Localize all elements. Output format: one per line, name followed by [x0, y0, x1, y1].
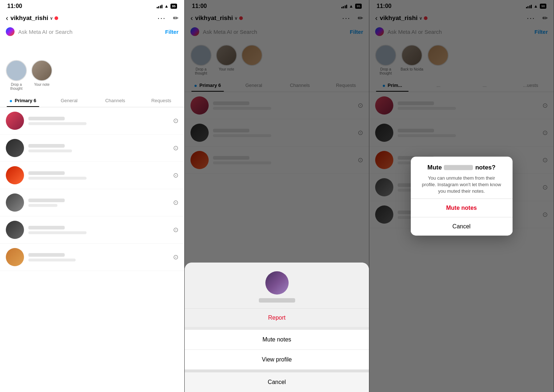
tabs-row-1: Primary 6 General Channels Requests: [0, 94, 184, 107]
username-area-1[interactable]: vikhyat_rishi ∨: [11, 15, 58, 22]
header-nav-1: ‹ vikhyat_rishi ∨ ··· ✏: [0, 11, 184, 25]
message-item-1f[interactable]: ⊙: [0, 244, 184, 271]
msg-avatar-1d: [6, 193, 24, 212]
bs-mute-notes-button[interactable]: Mute notes: [185, 327, 369, 349]
status-bar-1: 11:00 ▲ 95: [0, 0, 184, 11]
msg-preview-bar-1c: [28, 177, 87, 180]
msg-name-bar-1d: [28, 199, 65, 202]
note-label-friend1: Your note: [34, 83, 49, 87]
status-time-1: 11:00: [7, 3, 22, 9]
bs-view-profile-button[interactable]: View profile: [185, 349, 369, 369]
panel-3: 11:00 ▲ 98 ‹ vikhyat_rishi ∨ ··· ✏: [369, 0, 554, 392]
tab-primary-1[interactable]: Primary 6: [0, 94, 46, 107]
more-options-button-1[interactable]: ···: [157, 14, 166, 22]
camera-icon-1d[interactable]: ⊙: [173, 199, 178, 207]
camera-icon-1a[interactable]: ⊙: [173, 117, 178, 125]
msg-preview-bar-1a: [28, 122, 87, 125]
status-icons-1: ▲ 95: [157, 4, 177, 9]
bottom-sheet-2: Report Mute notes View profile Cancel: [185, 263, 369, 392]
msg-content-1d: [28, 199, 169, 207]
mute-description-text: You can unmute them from their profile. …: [418, 175, 505, 195]
meta-ai-icon-1: [6, 27, 15, 36]
tab-requests-label-1: Requests: [151, 98, 171, 103]
mute-cancel-button[interactable]: Cancel: [411, 217, 513, 235]
msg-preview-bar-1f: [28, 259, 76, 261]
back-button-1[interactable]: ‹: [6, 14, 8, 22]
message-item-1c[interactable]: ⊙: [0, 162, 184, 189]
tab-dot-1: [10, 100, 12, 102]
message-item-1e[interactable]: ⊙: [0, 216, 184, 244]
tab-channels-1[interactable]: Channels: [92, 94, 138, 107]
battery-1: 95: [170, 4, 177, 9]
note-label-own: Drop athought: [10, 83, 22, 91]
msg-name-bar-1b: [28, 144, 65, 148]
msg-content-1f: [28, 253, 169, 261]
tab-requests-1[interactable]: Requests: [138, 94, 184, 107]
mute-title-label: Mute: [427, 164, 442, 171]
note-item-friend1[interactable]: Your note: [31, 60, 52, 91]
search-bar-1: Ask Meta AI or Search Filter: [0, 25, 184, 38]
msg-preview-bar-1b: [28, 149, 72, 152]
online-indicator-1: [55, 16, 58, 20]
note-avatar-friend1: [31, 60, 52, 81]
mute-notes-confirm-button[interactable]: Mute notes: [411, 198, 513, 217]
msg-content-1a: [28, 117, 169, 125]
camera-icon-1c[interactable]: ⊙: [173, 171, 178, 179]
search-left-1: Ask Meta AI or Search: [6, 27, 165, 36]
username-text-1: vikhyat_rishi: [11, 15, 48, 22]
camera-icon-1e[interactable]: ⊙: [173, 226, 178, 234]
bs-report-button[interactable]: Report: [185, 308, 369, 327]
msg-name-bar-1a: [28, 117, 65, 120]
mute-dialog: Mute notes? You can unmute them from the…: [411, 157, 513, 236]
camera-icon-1b[interactable]: ⊙: [173, 144, 178, 152]
mute-dialog-header: Mute notes? You can unmute them from the…: [411, 157, 513, 199]
msg-preview-bar-1d: [28, 204, 57, 207]
note-avatar-own: [6, 60, 27, 81]
bs-avatar: [265, 271, 289, 295]
msg-name-bar-1e: [28, 226, 65, 229]
msg-content-1b: [28, 144, 169, 152]
msg-name-bar-1f: [28, 253, 65, 257]
message-item-1d[interactable]: ⊙: [0, 189, 184, 216]
msg-avatar-1b: [6, 139, 24, 157]
wifi-icon-1: ▲: [164, 4, 169, 9]
tab-primary-label-1: Primary 6: [15, 98, 36, 103]
panel-2: 11:00 ▲ 95 ‹ vikhyat_rishi ∨ ··· ✏: [185, 0, 369, 392]
chevron-down-icon-1: ∨: [50, 16, 53, 21]
msg-name-bar-1c: [28, 171, 65, 175]
signal-icon-1: [157, 4, 163, 8]
msg-avatar-1f: [6, 248, 24, 266]
msg-content-1c: [28, 171, 169, 180]
message-item-1a[interactable]: ⊙: [0, 107, 184, 135]
search-placeholder-1[interactable]: Ask Meta AI or Search: [18, 29, 72, 35]
camera-icon-1f[interactable]: ⊙: [173, 253, 178, 261]
filter-button-1[interactable]: Filter: [165, 29, 178, 35]
header-right-1: ··· ✏: [157, 14, 178, 22]
note-item-own[interactable]: Drop athought: [6, 60, 27, 91]
msg-preview-bar-1e: [28, 231, 87, 234]
bs-cancel-button[interactable]: Cancel: [185, 369, 369, 392]
tab-general-1[interactable]: General: [46, 94, 92, 107]
message-item-1b[interactable]: ⊙: [0, 135, 184, 162]
msg-avatar-1a: [6, 112, 24, 130]
tab-general-label-1: General: [61, 98, 77, 103]
msg-content-1e: [28, 226, 169, 234]
mute-title-row: Mute notes?: [418, 164, 505, 171]
header-left-1: ‹ vikhyat_rishi ∨: [6, 14, 58, 22]
message-list-1: ⊙ ⊙ ⊙ ⊙: [0, 107, 184, 271]
mute-username-bar: [444, 165, 473, 170]
edit-button-1[interactable]: ✏: [173, 14, 178, 22]
panel-1: 11:00 ▲ 95 ‹ vikhyat_rishi ∨ ··· ✏: [0, 0, 185, 392]
notes-row-1: ♪ Jaane Na Atif Aslam,... Back to Noida …: [0, 56, 184, 94]
tab-channels-label-1: Channels: [105, 98, 125, 103]
mute-notes-label: notes?: [475, 164, 495, 171]
msg-avatar-1c: [6, 166, 24, 184]
bs-profile-section: [185, 263, 369, 308]
bs-username-bar: [259, 298, 295, 303]
msg-avatar-1e: [6, 221, 24, 239]
